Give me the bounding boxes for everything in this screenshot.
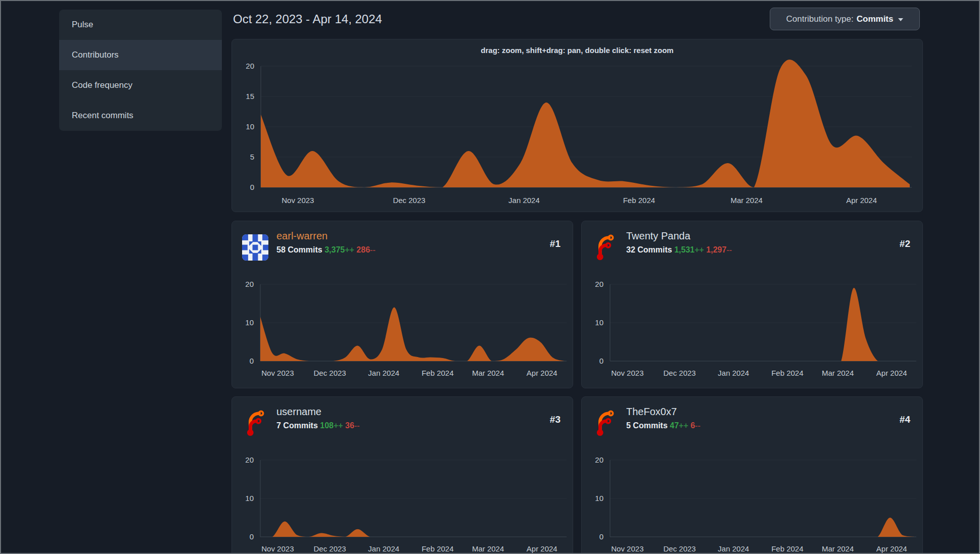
svg-text:Mar 2024: Mar 2024 [472,544,504,553]
sidebar-item-label: Recent commits [72,111,133,121]
svg-text:Nov 2023: Nov 2023 [282,196,314,205]
contribution-type-dropdown[interactable]: Contribution type: Commits [770,8,920,30]
svg-text:Jan 2024: Jan 2024 [368,369,399,377]
svg-text:5: 5 [250,153,254,161]
contributor-card: TheFox0x7 5 Commits 47++ 6-- #4 01020Nov… [581,396,923,554]
deletions-count: 36 [345,421,354,430]
commit-count: 58 Commits [276,245,322,254]
svg-text:Jan 2024: Jan 2024 [368,544,399,553]
sidebar-item-contributors[interactable]: Contributors [59,40,222,70]
svg-text:Apr 2024: Apr 2024 [876,544,907,553]
main-contributions-chart-panel: drag: zoom, shift+drag: pan, double clic… [231,39,923,212]
svg-text:10: 10 [245,318,254,327]
activity-sidebar: Pulse Contributors Code frequency Recent… [59,10,222,131]
sidebar-item-code-frequency[interactable]: Code frequency [59,70,222,100]
avatar[interactable] [242,234,268,261]
svg-text:20: 20 [245,456,254,464]
contributor-area-chart[interactable]: 01020Nov 2023Dec 2023Jan 2024Feb 2024Mar… [582,441,923,554]
contributor-rank-badge: #2 [900,238,910,249]
svg-text:Dec 2023: Dec 2023 [393,196,425,205]
svg-text:Jan 2024: Jan 2024 [718,544,749,553]
deletions-symbol: -- [370,245,376,254]
contribution-type-value: Commits [857,14,894,24]
contributor-card: Twenty Panda 32 Commits 1,531++ 1,297-- … [581,221,923,388]
forgejo-logo-avatar[interactable] [592,410,618,436]
sidebar-item-label: Contributors [72,50,119,60]
contributor-rank-badge: #1 [550,238,561,249]
contributor-rank-badge: #3 [550,414,561,425]
svg-text:Dec 2023: Dec 2023 [663,544,695,553]
contributor-name[interactable]: Twenty Panda [626,230,690,242]
svg-text:Apr 2024: Apr 2024 [846,196,877,205]
svg-text:Nov 2023: Nov 2023 [611,544,643,553]
svg-text:20: 20 [245,280,254,288]
svg-text:Feb 2024: Feb 2024 [422,544,453,553]
deletions-symbol: -- [726,245,732,254]
deletions-count: 1,297 [706,245,726,254]
forgejo-logo-avatar[interactable] [592,234,618,261]
svg-text:Dec 2023: Dec 2023 [313,369,346,377]
contributor-name[interactable]: TheFox0x7 [626,406,677,418]
contribution-type-label: Contribution type: [786,14,854,24]
sidebar-item-recent-commits[interactable]: Recent commits [59,100,222,131]
contributor-card: username 7 Commits 108++ 36-- #3 01020No… [231,396,573,554]
svg-text:10: 10 [595,318,603,327]
svg-text:0: 0 [599,357,603,365]
svg-text:0: 0 [250,532,254,541]
additions-count: 1,531 [674,245,694,254]
svg-text:Dec 2023: Dec 2023 [663,369,695,377]
additions-symbol: ++ [694,245,704,254]
svg-text:10: 10 [595,494,603,502]
sidebar-item-pulse[interactable]: Pulse [59,10,222,40]
svg-text:Mar 2024: Mar 2024 [822,544,854,553]
deletions-count: 286 [356,245,370,254]
svg-text:Nov 2023: Nov 2023 [261,369,294,377]
svg-text:10: 10 [245,494,254,502]
additions-symbol: ++ [679,421,688,430]
contributor-stats: 32 Commits 1,531++ 1,297-- [626,245,732,255]
contributor-stats: 7 Commits 108++ 36-- [276,421,360,430]
contributor-area-chart[interactable]: 01020Nov 2023Dec 2023Jan 2024Feb 2024Mar… [232,266,574,389]
sidebar-item-label: Pulse [72,20,94,30]
svg-text:Apr 2024: Apr 2024 [876,369,907,377]
svg-text:0: 0 [250,183,254,191]
svg-text:Apr 2024: Apr 2024 [527,369,557,377]
additions-symbol: ++ [334,421,343,430]
svg-text:Feb 2024: Feb 2024 [771,544,803,553]
contributor-stats: 58 Commits 3,375++ 286-- [276,245,376,255]
contributor-rank-badge: #4 [900,414,910,425]
svg-text:Feb 2024: Feb 2024 [422,369,453,377]
commit-count: 7 Commits [276,421,318,430]
additions-symbol: ++ [345,245,354,254]
contributor-area-chart[interactable]: 01020Nov 2023Dec 2023Jan 2024Feb 2024Mar… [232,441,574,554]
svg-text:Dec 2023: Dec 2023 [313,544,346,553]
svg-text:Jan 2024: Jan 2024 [508,196,540,205]
contributor-name[interactable]: username [276,406,321,418]
contributor-name[interactable]: earl-warren [276,230,328,242]
svg-text:Mar 2024: Mar 2024 [472,369,504,377]
svg-text:10: 10 [246,122,254,131]
svg-text:Nov 2023: Nov 2023 [611,369,643,377]
svg-text:20: 20 [246,62,254,70]
svg-text:0: 0 [599,532,603,541]
chevron-down-icon [898,18,903,21]
svg-text:Feb 2024: Feb 2024 [623,196,655,205]
additions-count: 3,375 [324,245,345,254]
svg-text:15: 15 [246,92,254,100]
svg-text:Jan 2024: Jan 2024 [718,369,749,377]
svg-text:Nov 2023: Nov 2023 [261,544,294,553]
commit-count: 5 Commits [626,421,668,430]
deletions-symbol: -- [695,421,701,430]
commit-count: 32 Commits [626,245,672,254]
deletions-count: 6 [690,421,695,430]
contributions-area-chart[interactable]: 05101520Nov 2023Dec 2023Jan 2024Feb 2024… [232,39,923,213]
contributor-area-chart[interactable]: 01020Nov 2023Dec 2023Jan 2024Feb 2024Mar… [582,266,923,389]
forgejo-logo-avatar[interactable] [242,410,268,436]
additions-count: 47 [670,421,679,430]
svg-text:Feb 2024: Feb 2024 [771,369,803,377]
svg-text:20: 20 [595,456,603,464]
svg-text:Mar 2024: Mar 2024 [822,369,854,377]
deletions-symbol: -- [354,421,360,430]
date-range-title: Oct 22, 2023 - Apr 14, 2024 [233,12,382,26]
additions-count: 108 [320,421,334,430]
